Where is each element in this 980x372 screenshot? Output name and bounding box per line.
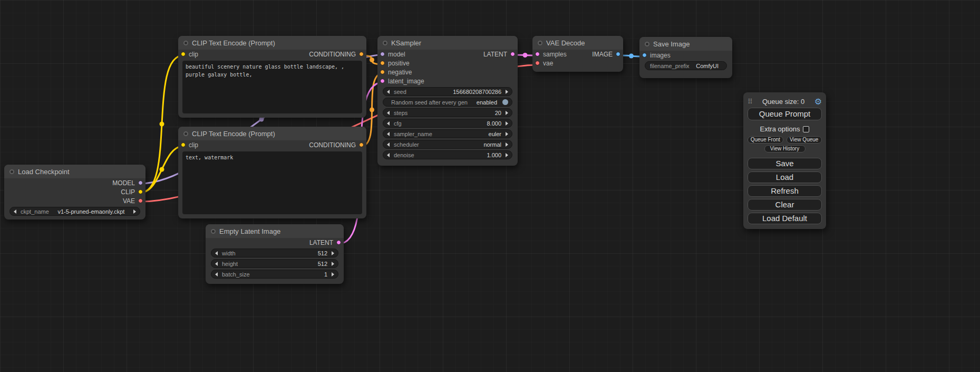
- slot-image-output[interactable]: [616, 52, 620, 56]
- queue-front-button[interactable]: Queue Front: [748, 136, 783, 144]
- collapse-dot-icon[interactable]: [645, 42, 649, 46]
- increment-icon[interactable]: [506, 90, 508, 94]
- toggle-knob-icon[interactable]: [502, 99, 508, 105]
- collapse-dot-icon[interactable]: [9, 169, 14, 174]
- decrement-icon[interactable]: [215, 272, 218, 276]
- sampler-name-widget[interactable]: sampler_name euler: [383, 129, 512, 138]
- widget-label: height: [222, 261, 238, 267]
- load-default-button[interactable]: Load Default: [748, 213, 822, 224]
- prev-value-icon[interactable]: [387, 142, 390, 147]
- widget-value: enabled: [477, 99, 501, 106]
- node-save-image[interactable]: Save Image images filename_prefix ComfyU…: [639, 37, 732, 78]
- slot-conditioning-output[interactable]: [359, 52, 364, 56]
- slot-images-input[interactable]: [642, 53, 647, 58]
- node-titlebar[interactable]: Save Image: [639, 37, 732, 51]
- increment-icon[interactable]: [332, 251, 334, 255]
- node-titlebar[interactable]: Load Checkpoint: [4, 165, 145, 178]
- node-title: VAE Decode: [546, 39, 585, 47]
- node-graph-canvas[interactable]: Load Checkpoint MODEL CLIP VAE ckpt_name…: [0, 0, 980, 372]
- node-clip-text-encode-positive[interactable]: CLIP Text Encode (Prompt) clip CONDITION…: [178, 36, 366, 118]
- next-value-icon[interactable]: [506, 132, 508, 136]
- comfy-menu-panel: Queue size: 0 Queue Prompt Extra options…: [743, 92, 826, 229]
- load-button[interactable]: Load: [748, 171, 822, 183]
- decrement-icon[interactable]: [215, 251, 218, 255]
- filename-prefix-widget[interactable]: filename_prefix ComfyUI: [645, 61, 727, 70]
- collapse-dot-icon[interactable]: [211, 229, 216, 234]
- save-button[interactable]: Save: [748, 158, 822, 169]
- clear-button[interactable]: Clear: [748, 199, 822, 211]
- slot-latent-output[interactable]: [336, 240, 341, 245]
- cfg-widget[interactable]: cfg 8.000: [383, 119, 512, 128]
- node-titlebar[interactable]: VAE Decode: [532, 36, 623, 50]
- ckpt-name-widget[interactable]: ckpt_name v1-5-pruned-emaonly.ckpt: [9, 207, 140, 216]
- denoise-widget[interactable]: denoise 1.000: [383, 150, 512, 159]
- node-titlebar[interactable]: CLIP Text Encode (Prompt): [178, 127, 366, 140]
- random-seed-toggle-widget[interactable]: Random seed after every gen enabled: [383, 98, 512, 107]
- increment-icon[interactable]: [506, 121, 508, 126]
- collapse-dot-icon[interactable]: [383, 41, 387, 45]
- decrement-icon[interactable]: [387, 121, 390, 126]
- slot-label-vae: VAE: [123, 197, 135, 205]
- slot-latent-image-input[interactable]: [380, 79, 385, 83]
- height-widget[interactable]: height 512: [211, 259, 338, 268]
- widget-label: cfg: [394, 120, 402, 127]
- decrement-icon[interactable]: [215, 262, 218, 266]
- width-widget[interactable]: width 512: [211, 249, 338, 257]
- collapse-dot-icon[interactable]: [183, 41, 188, 45]
- extra-options-label: Extra options: [760, 125, 800, 133]
- node-titlebar[interactable]: KSampler: [377, 36, 518, 50]
- slot-latent-output[interactable]: [510, 52, 515, 56]
- drag-handle-icon[interactable]: [748, 97, 753, 106]
- prev-value-icon[interactable]: [387, 132, 390, 136]
- collapse-dot-icon[interactable]: [183, 131, 188, 136]
- increment-icon[interactable]: [506, 153, 508, 157]
- next-value-icon[interactable]: [506, 142, 508, 147]
- increment-icon[interactable]: [506, 111, 508, 115]
- view-queue-button[interactable]: View Queue: [787, 136, 822, 144]
- increment-icon[interactable]: [332, 272, 334, 276]
- queue-prompt-button[interactable]: Queue Prompt: [748, 108, 822, 120]
- slot-negative-input[interactable]: [380, 70, 385, 74]
- slot-label-model: model: [388, 51, 405, 58]
- slot-positive-input[interactable]: [380, 61, 385, 65]
- slot-vae-output[interactable]: [138, 198, 143, 203]
- collapse-dot-icon[interactable]: [538, 41, 542, 45]
- node-titlebar[interactable]: CLIP Text Encode (Prompt): [178, 36, 366, 50]
- increment-icon[interactable]: [332, 262, 334, 266]
- prev-value-icon[interactable]: [14, 209, 16, 214]
- decrement-icon[interactable]: [387, 153, 390, 157]
- extra-options-checkbox[interactable]: [803, 126, 809, 132]
- settings-gear-icon[interactable]: [814, 97, 822, 107]
- prompt-textarea[interactable]: text, watermark: [182, 151, 362, 214]
- widget-label: ckpt_name: [21, 208, 49, 215]
- link-midpoint-positive-conditioning-to-ksampler: [370, 58, 374, 62]
- node-vae-decode[interactable]: VAE Decode samples IMAGE vae: [532, 36, 623, 72]
- widget-label: Random seed after every gen: [391, 99, 468, 106]
- slot-vae-input[interactable]: [535, 61, 540, 65]
- slot-conditioning-output[interactable]: [359, 142, 364, 147]
- slot-label-images: images: [650, 52, 671, 59]
- next-value-icon[interactable]: [133, 209, 136, 214]
- node-ksampler[interactable]: KSampler model LATENT positive negative …: [377, 36, 518, 166]
- steps-widget[interactable]: steps 20: [383, 108, 512, 117]
- slot-model-input[interactable]: [380, 52, 385, 56]
- refresh-button[interactable]: Refresh: [748, 185, 822, 197]
- node-empty-latent-image[interactable]: Empty Latent Image LATENT width 512 heig…: [206, 224, 344, 284]
- seed-widget[interactable]: seed 156680208700286: [383, 87, 512, 96]
- view-history-button[interactable]: View History: [764, 145, 806, 152]
- slot-clip-output[interactable]: [138, 189, 143, 194]
- node-load-checkpoint[interactable]: Load Checkpoint MODEL CLIP VAE ckpt_name…: [4, 165, 145, 220]
- node-title: KSampler: [391, 39, 421, 47]
- decrement-icon[interactable]: [387, 111, 390, 115]
- batch-size-widget[interactable]: batch_size 1: [211, 270, 338, 279]
- slot-label-image: IMAGE: [592, 51, 613, 58]
- decrement-icon[interactable]: [387, 90, 390, 94]
- node-clip-text-encode-negative[interactable]: CLIP Text Encode (Prompt) clip CONDITION…: [178, 127, 366, 218]
- slot-clip-input[interactable]: [181, 52, 186, 56]
- slot-samples-input[interactable]: [535, 52, 540, 56]
- node-titlebar[interactable]: Empty Latent Image: [206, 224, 344, 238]
- prompt-textarea[interactable]: beautiful scenery nature glass bottle la…: [182, 61, 362, 113]
- slot-clip-input[interactable]: [181, 142, 186, 147]
- scheduler-widget[interactable]: scheduler normal: [383, 140, 512, 149]
- slot-model-output[interactable]: [138, 180, 143, 185]
